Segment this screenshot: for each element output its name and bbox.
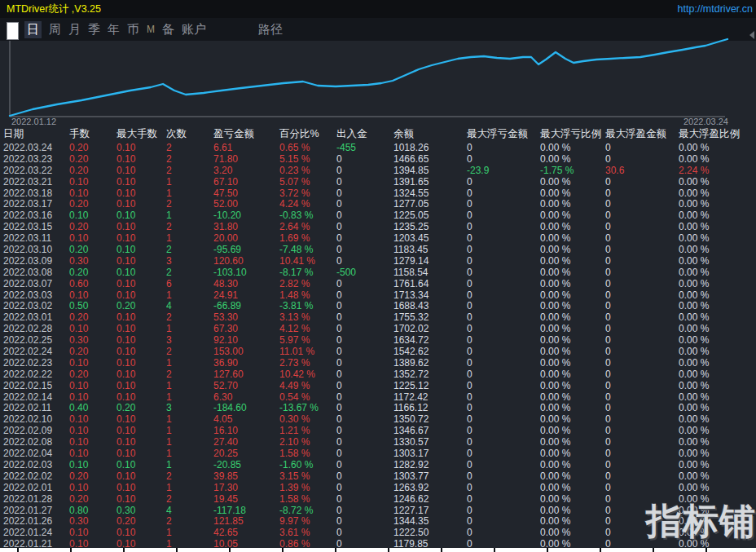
table-cell: 1 <box>166 188 213 200</box>
table-cell: 0 <box>605 301 679 312</box>
table-row: 2022.01.280.200.10219.451.58 %01246.6200… <box>0 494 756 506</box>
table-cell: 0 <box>336 245 393 256</box>
equity-line <box>10 39 727 116</box>
table-cell: 0 <box>467 483 540 494</box>
table-cell: 0 <box>336 426 393 437</box>
table-cell: 1330.57 <box>393 437 467 448</box>
table-cell: 4.24 % <box>279 199 336 210</box>
table-cell: 1352.72 <box>393 369 467 381</box>
table-cell: 2022.03.09 <box>3 256 69 267</box>
table-cell: 1.48 % <box>279 290 336 302</box>
table-cell: 0.10 <box>116 290 166 302</box>
table-cell: 1466.65 <box>393 154 467 166</box>
table-cell: 10.41 % <box>279 256 336 267</box>
column-header: 手数 <box>69 126 116 142</box>
table-cell: 1 <box>166 177 213 188</box>
table-cell: 0.10 <box>69 210 116 222</box>
white-box-control[interactable] <box>7 22 19 40</box>
table-cell: 42.65 <box>213 528 279 539</box>
table-cell: 0.10 <box>116 460 166 471</box>
table-cell: 0 <box>467 392 540 404</box>
table-cell: 2022.03.07 <box>3 279 69 290</box>
table-cell: 0.00 % <box>679 426 756 437</box>
table-cell: 0 <box>336 347 393 358</box>
table-cell: 2 <box>166 222 213 233</box>
table-cell: 0 <box>336 381 393 392</box>
table-row: 2022.02.020.200.10239.853.15 %01303.7700… <box>0 471 756 483</box>
table-cell: 71.80 <box>213 154 279 166</box>
table-cell: 0.10 <box>69 448 116 460</box>
table-cell: 1203.45 <box>393 233 467 245</box>
table-cell: 0.20 <box>69 222 116 233</box>
table-cell: 1.69 % <box>279 233 336 245</box>
table-cell: 0 <box>467 256 540 267</box>
table-cell: 1 <box>166 460 213 471</box>
table-cell: 30.6 <box>605 166 679 177</box>
column-header: 次数 <box>166 126 213 142</box>
table-cell: 0.00 % <box>679 245 756 256</box>
table-cell: 0 <box>605 290 679 302</box>
table-cell: 2022.02.11 <box>3 403 69 414</box>
table-cell: 1755.32 <box>393 312 467 324</box>
table-cell: 0.30 <box>69 516 116 528</box>
table-cell: 0 <box>467 471 540 483</box>
table-cell: 0.00 % <box>540 267 605 279</box>
table-cell: 0.10 <box>69 460 116 471</box>
table-cell: 0.00 % <box>540 369 605 381</box>
table-cell: 0 <box>605 324 679 335</box>
table-cell: 0 <box>467 210 540 222</box>
table-cell: 10.42 % <box>279 369 336 381</box>
table-cell: 1542.62 <box>393 347 467 358</box>
table-cell: 0 <box>336 392 393 404</box>
table-cell: 0.00 % <box>679 381 756 392</box>
table-cell: 0 <box>605 154 679 166</box>
table-cell: 0.10 <box>116 483 166 494</box>
table-cell: 0 <box>336 494 393 506</box>
table-cell: 0.00 % <box>679 392 756 404</box>
table-cell: 0.10 <box>116 143 166 154</box>
table-cell: 2022.03.15 <box>3 222 69 233</box>
table-cell: 0.30 <box>69 256 116 267</box>
table-cell: 0.10 <box>116 494 166 506</box>
table-cell: 0.00 % <box>679 335 756 347</box>
table-cell: 0 <box>605 256 679 267</box>
table-cell: 0.00 % <box>540 358 605 369</box>
table-cell: 1 <box>166 483 213 494</box>
table-cell: 1183.45 <box>393 245 467 256</box>
table-cell: 0.10 <box>116 267 166 279</box>
table-cell: 0 <box>605 392 679 404</box>
table-cell: 0.00 % <box>540 143 605 154</box>
table-cell: 1222.50 <box>393 528 467 539</box>
table-cell: 1303.17 <box>393 448 467 460</box>
table-cell: 0 <box>605 279 679 290</box>
table-cell: 0 <box>336 369 393 381</box>
table-cell: 5.97 % <box>279 335 336 347</box>
table-cell: 0 <box>467 301 540 312</box>
table-cell: 1344.35 <box>393 516 467 528</box>
table-cell: 0.20 <box>116 403 166 414</box>
table-cell: 0 <box>605 483 679 494</box>
table-cell: 2 <box>166 471 213 483</box>
table-cell: 2 <box>166 369 213 381</box>
table-cell: 2.82 % <box>279 279 336 290</box>
table-body: 2022.03.240.200.1026.610.65 %-4551018.26… <box>0 143 756 550</box>
table-cell: -8.72 % <box>279 506 336 517</box>
table-cell: 0.00 % <box>679 483 756 494</box>
table-cell: 0 <box>336 414 393 426</box>
table-cell: 0 <box>605 177 679 188</box>
column-header: 日期 <box>3 126 69 142</box>
table-cell: 2022.02.24 <box>3 347 69 358</box>
table-cell: 2.10 % <box>279 437 336 448</box>
table-cell: -184.60 <box>213 403 279 414</box>
table-cell: 0 <box>605 245 679 256</box>
table-cell: 0.10 <box>116 369 166 381</box>
table-cell: 53.30 <box>213 312 279 324</box>
table-cell: 0.00 % <box>679 290 756 302</box>
table-cell: 52.00 <box>213 199 279 210</box>
table-cell: 0.00 % <box>679 279 756 290</box>
table-cell: 1282.92 <box>393 460 467 471</box>
table-cell: 0.20 <box>69 312 116 324</box>
table-cell: 0.00 % <box>679 414 756 426</box>
table-cell: 2022.02.01 <box>3 483 69 494</box>
table-row: 2022.03.180.100.10147.503.72 %01324.5500… <box>0 188 756 200</box>
